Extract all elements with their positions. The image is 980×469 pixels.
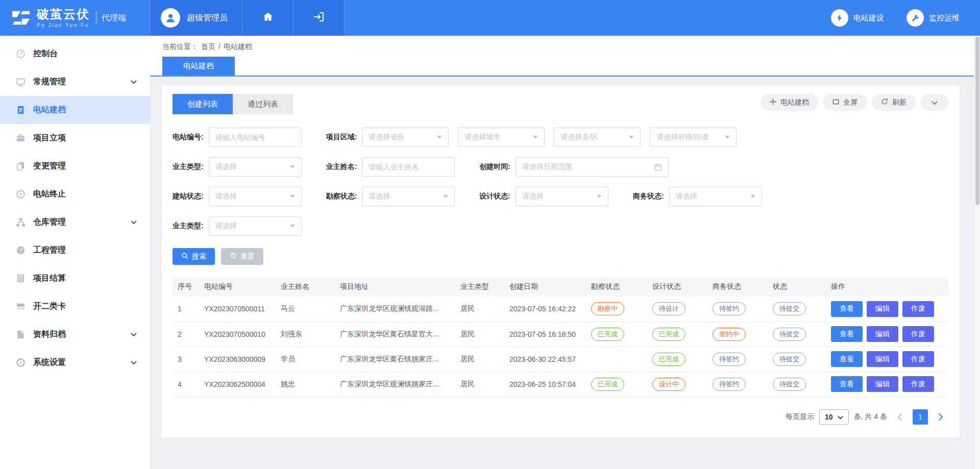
sidebar-item-label: 控制台 — [33, 48, 58, 59]
row-index: 3 — [173, 347, 200, 372]
sidebar-item-station-termination[interactable]: 电站终止 — [0, 180, 150, 208]
sidebar-item-second-class-card[interactable]: 开二类卡 — [0, 292, 150, 320]
view-button[interactable]: 查看 — [831, 376, 863, 392]
lightning-icon — [831, 9, 848, 27]
tab-pass-list[interactable]: 通过列表 — [233, 94, 293, 114]
username: 超级管理员 — [187, 13, 228, 23]
breadcrumb-home[interactable]: 首页 — [201, 42, 215, 52]
project-address-cell: 广东深圳龙华区黄石镇星官大... — [336, 322, 456, 347]
home-button[interactable] — [242, 0, 293, 36]
created-range-date-picker[interactable]: 请选择日期范围 — [516, 157, 669, 177]
owner-type-cell: 居民 — [456, 297, 505, 322]
card-icon — [15, 302, 26, 311]
sidebar-item-project-settlement[interactable]: 项目结算 — [0, 264, 150, 292]
sidebar-item-system-settings[interactable]: 系统设置 — [0, 349, 150, 377]
calculator-icon — [15, 274, 26, 283]
filter-label: 业主类型: — [173, 221, 204, 231]
brand-subtitle: Po Jian Yun Fu — [37, 22, 90, 28]
sidebar-item-warehouse-management[interactable]: 仓库管理 — [0, 208, 150, 236]
edit-button[interactable]: 编辑 — [867, 326, 898, 342]
collapse-toolbar-button[interactable] — [921, 94, 948, 111]
scrollbar[interactable] — [974, 36, 980, 469]
status-cell: 待提交 — [769, 372, 827, 397]
filter-field-station-code: 电站编号: — [173, 128, 302, 147]
build-status-select[interactable]: 请选择 — [209, 187, 302, 206]
sidebar-item-project-approval[interactable]: 项目立项 — [0, 124, 150, 152]
survey-status-select[interactable]: 请选择 — [362, 187, 455, 206]
owner-type-cell: 居民 — [456, 372, 505, 397]
status-badge: 已完成 — [591, 378, 624, 391]
search-button[interactable]: 搜索 — [173, 248, 215, 265]
next-page-button[interactable] — [933, 409, 948, 425]
owner-name-cell: 学员 — [277, 347, 336, 372]
design-status-cell: 已完成 — [648, 347, 708, 372]
edit-button[interactable]: 编辑 — [867, 351, 898, 367]
sidebar-item-data-archive[interactable]: 资料归档 — [0, 320, 150, 349]
prev-page-button[interactable] — [892, 409, 908, 425]
sidebar-item-console[interactable]: 控制台 — [0, 40, 150, 68]
logout-button[interactable] — [293, 0, 345, 36]
caret-down-icon — [750, 195, 755, 198]
survey-status-cell: 已完成 — [587, 322, 648, 347]
page-size-select[interactable]: 10 — [819, 409, 849, 425]
owner-type-select[interactable]: 请选择 — [209, 157, 302, 177]
add-station-button[interactable]: 电站建档 — [761, 94, 818, 111]
town-select[interactable]: 请选择村镇/街道 — [650, 128, 737, 147]
nav-monitor-ops[interactable]: 监控运维 — [906, 9, 960, 27]
chevron-down-icon — [131, 333, 137, 337]
edit-button[interactable]: 编辑 — [867, 376, 898, 392]
caret-down-icon — [437, 136, 442, 139]
divider — [96, 11, 96, 24]
city-select[interactable]: 请选择城市 — [458, 128, 545, 147]
design-status-cell: 待设计 — [648, 297, 708, 322]
business-status-select[interactable]: 请选择 — [669, 187, 762, 206]
void-button[interactable]: 作废 — [902, 376, 934, 392]
tab-create-list[interactable]: 创建列表 — [173, 94, 233, 114]
owner-name-input[interactable] — [362, 157, 455, 177]
view-button[interactable]: 查看 — [831, 301, 863, 317]
status-cell: 待提交 — [769, 297, 827, 322]
toolbar: 电站建档 全屏 刷新 — [761, 94, 948, 111]
scrollbar-thumb[interactable] — [975, 37, 979, 205]
filter-label: 电站编号: — [173, 133, 204, 142]
province-select[interactable]: 请选择省份 — [362, 128, 449, 147]
owner-name-cell: 姚忠 — [277, 372, 336, 397]
created-date-cell: 2023-07-05 16:42:22 — [505, 297, 587, 322]
edit-button[interactable]: 编辑 — [867, 301, 898, 317]
station-code-cell: YX2023063000009 — [200, 347, 277, 372]
void-button[interactable]: 作废 — [902, 351, 934, 367]
view-button[interactable]: 查看 — [831, 326, 863, 342]
row-actions: 查看编辑作废 — [827, 297, 948, 322]
list-tabs: 创建列表 通过列表 — [173, 94, 293, 114]
owner-name-cell: 马云 — [277, 297, 336, 322]
view-button[interactable]: 查看 — [831, 351, 863, 367]
project-address-cell: 广东深圳龙华区观澜镇观湖路... — [336, 297, 456, 322]
station-code-input[interactable] — [209, 128, 302, 147]
business-status-cell: 待签约 — [708, 372, 769, 397]
page-tab-station-archive[interactable]: 电站建档 — [162, 57, 235, 76]
fullscreen-button[interactable]: 全屏 — [823, 94, 867, 111]
sidebar-item-general-management[interactable]: 常规管理 — [0, 68, 150, 96]
void-button[interactable]: 作废 — [902, 326, 934, 342]
page-number-1[interactable]: 1 — [913, 409, 928, 425]
business-status-cell: 签约中 — [708, 322, 769, 347]
filter-label: 业主姓名: — [326, 162, 357, 171]
sidebar-item-engineering-management[interactable]: 工程管理 — [0, 236, 150, 264]
monitor-icon — [15, 77, 26, 87]
district-select[interactable]: 请选择县/区 — [554, 128, 641, 147]
reset-button[interactable]: 重置 — [221, 248, 263, 265]
list-card: 创建列表 通过列表 电站建档 全屏 刷新 — [161, 86, 960, 438]
column-header: 勘察状态 — [587, 277, 648, 297]
table-header-row: 序号电站编号业主姓名项目地址业主类型创建日期勘察状态设计状态商务状态状态操作 — [173, 277, 948, 297]
refresh-button[interactable]: 刷新 — [872, 94, 916, 111]
caret-down-icon — [290, 195, 295, 198]
topbar-user-segment: 超级管理员 — [150, 0, 345, 36]
design-status-select[interactable]: 请选择 — [516, 187, 608, 206]
sidebar-item-change-management[interactable]: 变更管理 — [0, 152, 150, 180]
filter-label: 业主类型: — [173, 162, 204, 171]
user-menu[interactable]: 超级管理员 — [150, 0, 242, 36]
nav-station-build[interactable]: 电站建设 — [831, 9, 884, 27]
owner-type-2-select[interactable]: 请选择 — [209, 216, 302, 236]
sidebar-item-station-archive[interactable]: 电站建档 — [0, 96, 150, 124]
void-button[interactable]: 作废 — [902, 301, 934, 317]
